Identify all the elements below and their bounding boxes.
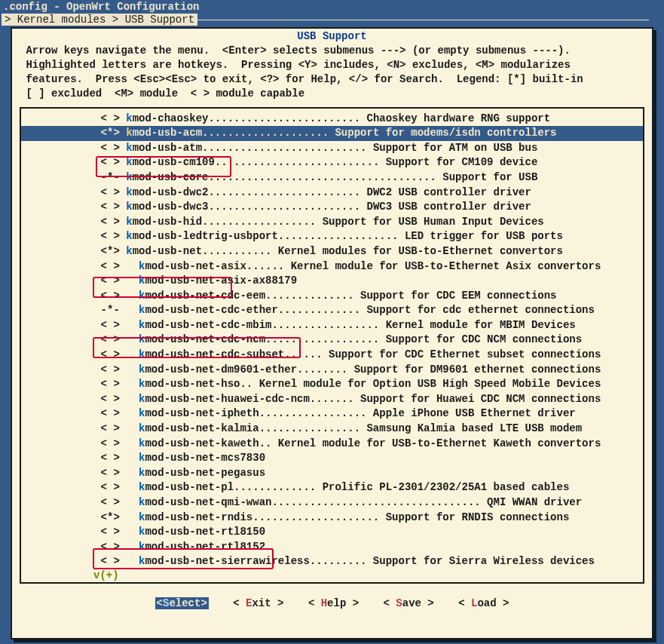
menu-item[interactable]: < > kmod-usb-net-cdc-eem.............. S… (21, 289, 643, 304)
menu-item[interactable]: < > kmod-usb-net-pegasus (21, 466, 643, 481)
menu-item[interactable]: < > kmod-usb-dwc2.......................… (21, 186, 643, 201)
breadcrumb: > Kernel modules > USB Support (2, 14, 197, 26)
menu-item[interactable]: < > kmod-usb-net-asix-ax88179 (21, 274, 643, 289)
menu-item[interactable]: < > kmod-usb-net-rtl8150 (21, 525, 643, 540)
button-bar: <Select> < Exit > < Help > < Save > < Lo… (12, 584, 652, 609)
select-button[interactable]: <Select> (155, 597, 209, 609)
menu-item[interactable]: < > kmod-usb-hid.................. Suppo… (21, 215, 643, 230)
dialog-title: USB Support (12, 29, 652, 44)
menu-list-frame[interactable]: < > kmod-chaoskey.......................… (20, 107, 644, 584)
menu-item[interactable]: < > kmod-usb-ledtrig-usbport............… (21, 229, 643, 244)
load-button[interactable]: < Load > (458, 597, 509, 609)
menu-item[interactable]: < > kmod-usb-net-qmi-wwan...............… (21, 495, 643, 511)
menu-item[interactable]: < > kmod-usb-cm109......................… (21, 155, 643, 170)
menu-item[interactable]: < > kmod-usb-net-sierrawireless.........… (21, 554, 643, 569)
menu-item[interactable]: < > kmod-usb-net-rtl8152 (21, 540, 643, 555)
menu-item[interactable]: < > kmod-usb-net-hso.. Kernel module for… (21, 377, 643, 392)
menu-item[interactable]: < > kmod-chaoskey.......................… (21, 112, 643, 127)
menu-item[interactable]: < > kmod-usb-net-huawei-cdc-ncm....... S… (21, 392, 643, 407)
menu-item[interactable]: < > kmod-usb-net-mcs7830 (21, 451, 643, 466)
menu-list[interactable]: < > kmod-chaoskey.......................… (21, 109, 643, 584)
menu-item[interactable]: <*> kmod-usb-net-rndis..................… (21, 511, 643, 526)
menu-item[interactable]: < > kmod-usb-net-dm9601-ether........ Su… (21, 363, 643, 378)
save-button[interactable]: < Save > (384, 597, 434, 609)
menu-item[interactable]: <*> kmod-usb-net........... Kernel modul… (21, 244, 643, 259)
window-title: .config - OpenWrt Configuration (0, 0, 664, 14)
scroll-more-indicator: v(+) (21, 569, 643, 581)
menu-item[interactable]: < > kmod-usb-net-cdc-ncm................… (21, 333, 643, 348)
menu-item[interactable]: -*- kmod-usb-core.......................… (21, 170, 643, 186)
menu-item[interactable]: < > kmod-usb-net-kalmia................ … (21, 422, 643, 437)
exit-button[interactable]: < Exit > (233, 597, 283, 609)
menu-item[interactable]: -*- kmod-usb-net-cdc-ether............. … (21, 303, 643, 318)
breadcrumb-bar: > Kernel modules > USB Support (0, 14, 664, 27)
help-text: Arrow keys navigate the menu. <Enter> se… (12, 44, 652, 107)
help-button[interactable]: < Help > (308, 597, 359, 609)
menu-item[interactable]: < > kmod-usb-atm........................… (21, 141, 643, 156)
menu-item[interactable]: < > kmod-usb-net-ipheth.................… (21, 406, 643, 422)
menu-item[interactable]: < > kmod-usb-net-asix...... Kernel modul… (21, 259, 643, 274)
menu-item[interactable]: < > kmod-usb-dwc3.......................… (21, 200, 643, 215)
menu-item[interactable]: < > kmod-usb-net-cdc-mbim...............… (21, 318, 643, 333)
menu-item[interactable]: < > kmod-usb-net-kaweth.. Kernel module … (21, 437, 643, 452)
dialog-frame: USB Support Arrow keys navigate the menu… (11, 27, 653, 639)
menu-item[interactable]: < > kmod-usb-net-cdc-subset...... Suppor… (21, 348, 643, 363)
menu-item[interactable]: <*> kmod-usb-acm.................... Sup… (21, 126, 643, 141)
menu-item[interactable]: < > kmod-usb-net-pl............. Prolifi… (21, 480, 643, 495)
